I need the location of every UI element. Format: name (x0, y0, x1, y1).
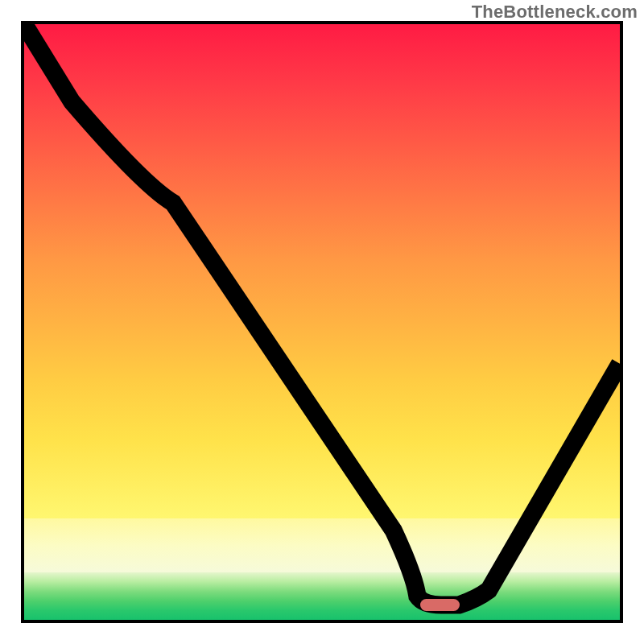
plot-frame (21, 21, 623, 623)
chart-container: TheBottleneck.com (0, 0, 644, 644)
watermark-text: TheBottleneck.com (472, 2, 638, 23)
curve-svg (24, 24, 620, 620)
bottleneck-curve-path (24, 24, 620, 605)
optimal-marker (420, 599, 460, 612)
